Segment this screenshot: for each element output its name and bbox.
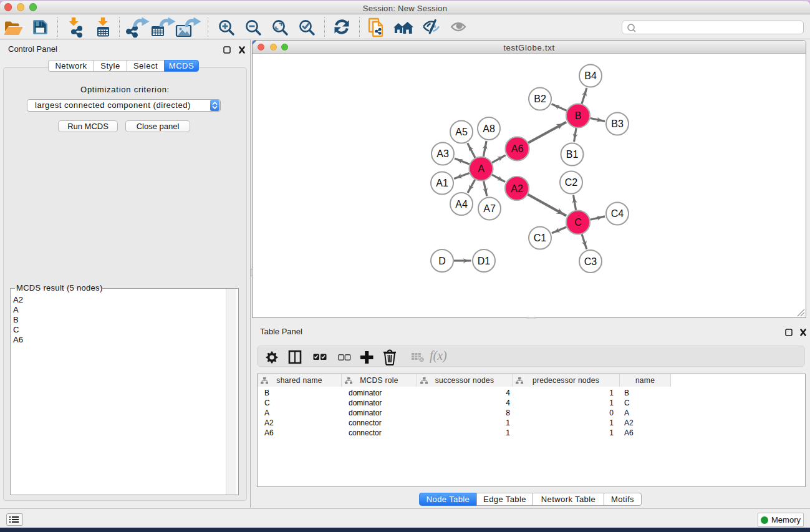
svg-text:B4: B4 [584,70,597,81]
svg-text:A: A [478,163,485,174]
svg-text:A1: A1 [436,178,448,188]
svg-text:C1: C1 [534,233,547,243]
svg-text:B1: B1 [566,149,579,160]
svg-text:C4: C4 [611,208,624,219]
svg-text:A7: A7 [483,203,496,214]
svg-text:A4: A4 [455,199,468,210]
svg-text:C2: C2 [565,177,578,188]
svg-text:A5: A5 [455,127,468,137]
svg-text:A6: A6 [511,143,524,154]
svg-text:B: B [575,110,582,121]
svg-text:A8: A8 [483,123,495,134]
svg-text:A2: A2 [511,183,523,194]
svg-text:B2: B2 [534,94,546,104]
svg-text:C: C [574,217,582,228]
svg-text:B3: B3 [611,118,624,129]
svg-text:C3: C3 [584,256,597,267]
svg-text:D1: D1 [478,256,491,266]
svg-text:A3: A3 [436,148,449,159]
svg-text:D: D [438,256,446,266]
